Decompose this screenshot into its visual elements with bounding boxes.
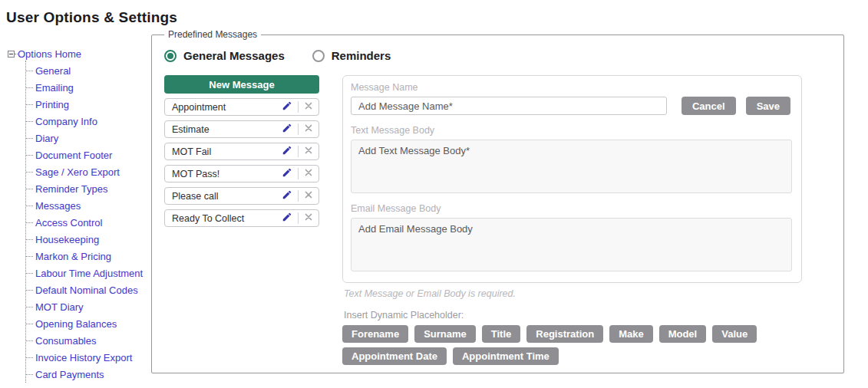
delete-button[interactable] [304,146,313,157]
delete-button[interactable] [304,190,313,202]
sidebar-item-opening-balances[interactable]: Opening Balances [35,318,117,330]
tree-connector [26,87,33,88]
sidebar-item-general[interactable]: General [35,65,71,77]
placeholder-button-appointment-date[interactable]: Appointment Date [342,347,447,365]
radio-label: Reminders [332,49,391,62]
sidebar-item-markon-pricing[interactable]: Markon & Pricing [35,251,111,262]
radio-label: General Messages [183,49,285,62]
message-row[interactable]: Please call [164,187,319,205]
form-action-buttons: Cancel Save [682,97,790,115]
delete-button[interactable] [304,168,313,179]
tree-connector [26,357,33,358]
x-icon [304,190,313,202]
radio-general-messages[interactable]: General Messages [164,49,285,62]
divider [298,168,299,179]
tree-connector [26,189,33,189]
edit-button[interactable] [282,123,292,136]
placeholder-button-appointment-time[interactable]: Appointment Time [453,347,559,365]
edit-button[interactable] [282,212,292,225]
message-row[interactable]: MOT Pass! [164,165,319,182]
save-button[interactable]: Save [746,97,790,115]
text-message-body-textarea[interactable] [351,140,792,193]
sidebar-item-invoice-history-export[interactable]: Invoice History Export [35,352,132,363]
sidebar-item-company-info[interactable]: Company Info [35,116,97,127]
sidebar-item-labour-time-adjustment[interactable]: Labour Time Adjustment [35,268,143,279]
placeholder-button-title[interactable]: Title [482,325,521,343]
message-type-radio-group: General Messages Reminders [164,49,802,62]
sidebar-item-sage-xero-export[interactable]: Sage / Xero Export [35,166,120,178]
tree-connector [26,273,33,274]
sidebar-item-messages[interactable]: Messages [35,200,81,212]
edit-button[interactable] [282,145,292,158]
pencil-icon [282,123,292,136]
tree-item-row: Emailing [26,79,151,96]
sidebar-item-housekeeping[interactable]: Housekeeping [35,234,99,245]
tree-connector [26,307,33,307]
placeholder-button-registration[interactable]: Registration [526,325,603,343]
edit-button[interactable] [282,189,292,202]
placeholder-button-forename[interactable]: Forename [342,325,408,343]
placeholder-button-make[interactable]: Make [609,325,653,343]
sidebar-item-printing[interactable]: Printing [35,99,69,110]
message-row-label: Appointment [172,102,282,113]
sidebar-item-access-control[interactable]: Access Control [35,217,102,229]
tree-connector [26,104,33,105]
message-name-row: Cancel Save [351,97,792,115]
tree-connector [26,256,33,257]
cancel-button[interactable]: Cancel [682,97,736,115]
sidebar-item-options-home[interactable]: Options Home [18,48,81,60]
divider [298,146,299,157]
options-tree: Options Home General Emailing Printing C… [8,47,151,383]
message-row[interactable]: Ready To Collect [164,209,319,227]
tree-item-row: Messages [26,197,151,214]
radio-selected-icon[interactable] [164,50,177,62]
x-icon [304,168,313,179]
collapse-minus-icon[interactable] [8,51,15,58]
edit-button[interactable] [282,167,292,180]
delete-button[interactable] [304,101,313,113]
message-row-label: Please call [172,191,282,202]
predefined-messages-panel: Predefined Messages General Messages Rem… [151,29,844,373]
divider [298,101,299,113]
delete-button[interactable] [304,212,313,224]
tree-item-row: Access Control [26,214,151,231]
message-row[interactable]: MOT Fail [164,143,319,160]
sidebar-item-reminder-types[interactable]: Reminder Types [35,183,107,195]
placeholder-button-value[interactable]: Value [712,325,757,343]
tree-item-row: Housekeeping [26,231,151,248]
placeholder-button-surname[interactable]: Surname [414,325,476,343]
delete-button[interactable] [304,123,313,135]
radio-unselected-icon[interactable] [312,50,325,62]
sidebar-item-consumables[interactable]: Consumables [35,335,97,347]
sidebar-item-emailing[interactable]: Emailing [35,82,74,94]
message-form-panel: Message Name Cancel Save Text Message Bo… [342,75,802,283]
message-row[interactable]: Appointment [164,98,319,116]
message-name-label: Message Name [351,82,792,93]
message-row[interactable]: Estimate [164,120,319,138]
tree-item-row: Markon & Pricing [26,248,151,265]
new-message-button[interactable]: New Message [164,75,319,94]
page-title: User Options & Settings [6,9,868,26]
panel-columns: New Message Appointment Estimate [164,75,802,365]
message-row-label: MOT Pass! [172,169,282,179]
pencil-icon [282,212,292,225]
radio-reminders[interactable]: Reminders [312,49,391,62]
tree-item-row: Consumables [26,332,151,349]
sidebar-item-document-footer[interactable]: Document Footer [35,150,112,161]
sidebar-item-card-payments[interactable]: Card Payments [35,369,104,380]
tree-connector [26,121,33,122]
tree-item-row: Sage / Xero Export [26,163,151,180]
sidebar-item-mot-diary[interactable]: MOT Diary [35,301,84,313]
page-content: Options Home General Emailing Printing C… [0,26,868,383]
email-message-body-textarea[interactable] [351,218,792,271]
sidebar-item-diary[interactable]: Diary [35,133,58,144]
placeholder-button-model[interactable]: Model [659,325,707,343]
tree-root-row: Options Home [8,47,151,61]
message-row-label: Estimate [172,124,282,135]
message-name-input[interactable] [351,97,667,115]
pencil-icon [282,145,292,158]
edit-button[interactable] [282,100,292,113]
tree-item-row: Company Info [26,113,151,130]
sidebar-item-default-nominal-codes[interactable]: Default Nominal Codes [35,284,138,296]
email-message-body-label: Email Message Body [351,203,792,214]
